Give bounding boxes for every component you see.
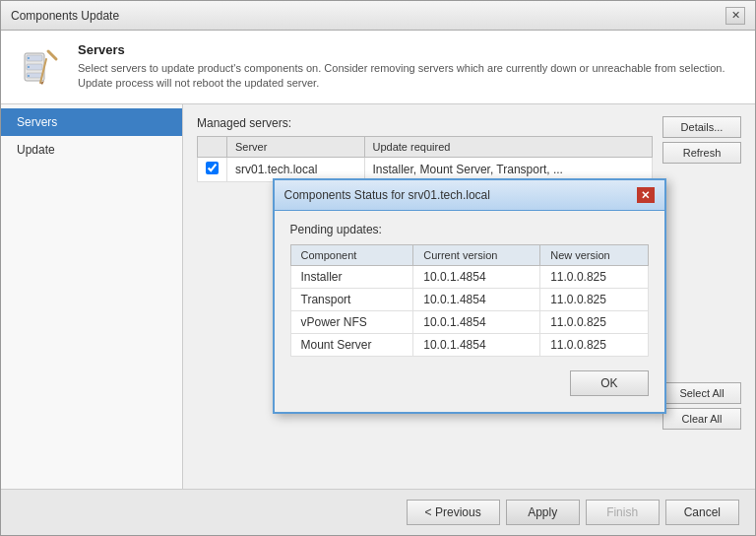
modal-table-row: vPower NFS 10.0.1.4854 11.0.0.825: [290, 311, 648, 334]
previous-button[interactable]: < Previous: [407, 500, 500, 525]
modal-table-row: Transport 10.0.1.4854 11.0.0.825: [290, 289, 648, 311]
modal-title-bar: Components Status for srv01.tech.local ✕: [275, 180, 664, 211]
components-status-modal: Components Status for srv01.tech.local ✕…: [273, 178, 666, 414]
title-bar: Components Update ✕: [1, 1, 755, 31]
svg-point-5: [28, 66, 30, 68]
main-area: Managed servers: Server Update required: [183, 104, 755, 489]
modal-current-version: 10.0.1.4854: [413, 334, 540, 357]
body-section: Servers Update Managed servers: Server U…: [1, 104, 755, 489]
modal-current-version: 10.0.1.4854: [413, 289, 540, 311]
window-close-button[interactable]: ✕: [725, 7, 745, 25]
svg-point-4: [28, 57, 30, 59]
sidebar-servers-label: Servers: [17, 115, 57, 129]
sidebar-update-label: Update: [17, 143, 55, 157]
header-description: Select servers to update product's compo…: [78, 61, 739, 92]
modal-new-version: 11.0.0.825: [540, 266, 648, 289]
modal-component: Mount Server: [290, 334, 413, 357]
window-content: Servers Select servers to update product…: [1, 31, 755, 535]
bottom-bar: < Previous Apply Finish Cancel: [1, 489, 755, 535]
modal-current-version: 10.0.1.4854: [413, 311, 540, 334]
pending-label: Pending updates:: [290, 223, 649, 236]
modal-content: Pending updates: Component Current versi…: [275, 211, 664, 412]
modal-table-row: Mount Server 10.0.1.4854 11.0.0.825: [290, 334, 648, 357]
cancel-button[interactable]: Cancel: [665, 500, 739, 525]
modal-current-version: 10.0.1.4854: [413, 266, 540, 289]
modal-col-new: New version: [540, 245, 648, 266]
modal-component: vPower NFS: [290, 311, 413, 334]
servers-icon: [17, 43, 64, 91]
modal-col-component: Component: [290, 245, 413, 266]
modal-close-button[interactable]: ✕: [637, 187, 655, 203]
modal-component: Installer: [290, 266, 413, 289]
svg-point-6: [28, 75, 30, 77]
modal-new-version: 11.0.0.825: [540, 311, 648, 334]
header-section: Servers Select servers to update product…: [1, 31, 755, 104]
modal-ok-button[interactable]: OK: [570, 370, 648, 396]
modal-table: Component Current version New version In…: [290, 244, 649, 357]
modal-component: Transport: [290, 289, 413, 311]
modal-new-version: 11.0.0.825: [540, 334, 648, 357]
svg-line-7: [48, 51, 56, 59]
sidebar-item-servers[interactable]: Servers: [1, 108, 182, 136]
apply-button[interactable]: Apply: [506, 500, 580, 525]
modal-overlay: Components Status for srv01.tech.local ✕…: [183, 104, 755, 489]
header-title: Servers: [78, 42, 739, 57]
modal-table-row: Installer 10.0.1.4854 11.0.0.825: [290, 266, 648, 289]
main-window: Components Update ✕: [0, 0, 756, 536]
modal-new-version: 11.0.0.825: [540, 289, 648, 311]
header-text: Servers Select servers to update product…: [78, 42, 739, 92]
finish-button[interactable]: Finish: [586, 500, 660, 525]
modal-col-current: Current version: [413, 245, 540, 266]
modal-footer: OK: [290, 370, 649, 396]
modal-title: Components Status for srv01.tech.local: [284, 188, 490, 202]
sidebar: Servers Update: [1, 104, 183, 489]
window-title: Components Update: [11, 9, 119, 23]
sidebar-item-update[interactable]: Update: [1, 136, 182, 164]
